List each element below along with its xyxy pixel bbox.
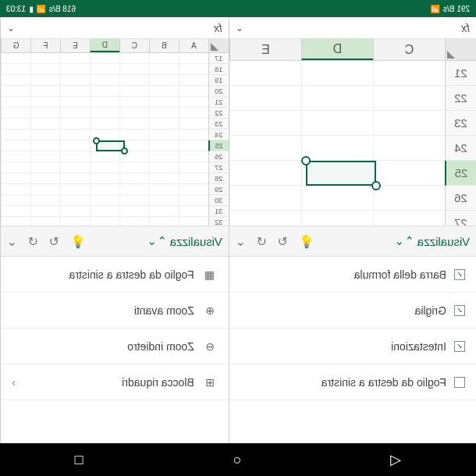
cell[interactable] [373,136,445,161]
cell[interactable] [149,162,179,173]
cell[interactable] [30,53,60,64]
menu-item[interactable]: ⊞Blocca riquadri› [1,364,229,400]
cell[interactable] [60,64,90,75]
select-all-corner[interactable] [445,39,476,60]
spreadsheet-grid-left[interactable]: C D E 21222324252627282930 [229,39,476,226]
expand-chevron-icon[interactable]: ⌄ [236,23,243,34]
cell[interactable] [373,161,445,186]
row-header[interactable]: 23 [445,111,476,136]
cell[interactable] [229,186,301,211]
row-header[interactable]: 24 [445,136,476,161]
row-header[interactable]: 30 [208,195,229,206]
undo-icon[interactable]: ↺ [28,234,38,249]
row-header[interactable]: 27 [208,162,229,173]
cell[interactable] [1,75,30,86]
cell[interactable] [301,111,373,136]
row-header[interactable]: 27 [445,211,476,226]
cell[interactable] [179,64,208,75]
cell[interactable] [60,151,90,162]
cell[interactable] [149,217,179,226]
cell[interactable] [301,161,373,186]
cell[interactable] [229,61,301,86]
cell[interactable] [301,211,373,226]
menu-item[interactable]: ⊕Zoom avanti [1,293,229,329]
cell[interactable] [373,61,445,86]
row-header[interactable]: 19 [208,75,229,86]
cell[interactable] [119,75,149,86]
tab-visualizza[interactable]: Visualizza ⌃⌄ [394,234,470,248]
cell[interactable] [373,211,445,226]
fx-icon[interactable]: fx [461,22,470,34]
cell[interactable] [149,53,179,64]
cell[interactable] [149,108,179,119]
cell[interactable] [179,206,208,217]
cell[interactable] [90,173,119,184]
cell[interactable] [149,119,179,130]
cell[interactable] [1,130,30,140]
cell[interactable] [119,206,149,217]
cell[interactable] [119,217,149,226]
cell[interactable] [90,140,119,151]
row-header[interactable]: 32 [208,217,229,226]
cell[interactable] [30,206,60,217]
cell[interactable] [229,111,301,136]
cell[interactable] [1,119,30,130]
cell[interactable] [90,108,119,119]
cell[interactable] [1,206,30,217]
undo-icon[interactable]: ↺ [257,234,267,249]
chevron-down-icon[interactable]: ⌄ [236,234,246,249]
tab-visualizza[interactable]: Visualizza ⌃⌄ [147,234,222,248]
cell[interactable] [119,162,149,173]
row-header[interactable]: 22 [445,86,476,111]
cell[interactable] [149,86,179,97]
expand-chevron-icon[interactable]: ⌄ [7,23,15,34]
cell[interactable] [373,111,445,136]
row-header[interactable]: 31 [208,206,229,217]
checkbox-icon[interactable]: ✓ [454,341,465,352]
cell[interactable] [90,86,119,97]
cell[interactable] [90,206,119,217]
cell[interactable] [60,130,90,140]
menu-item[interactable]: ⊖Zoom indietro [1,329,229,364]
cell[interactable] [119,140,149,151]
cell[interactable] [30,97,60,108]
col-header[interactable]: C [373,39,445,60]
col-header[interactable]: E [229,39,301,60]
menu-item[interactable]: ✓Griglia [229,293,476,329]
redo-icon[interactable]: ↻ [278,234,288,249]
cell[interactable] [179,86,208,97]
home-button[interactable]: ○ [233,452,241,468]
cell[interactable] [149,97,179,108]
cell[interactable] [30,86,60,97]
col-header[interactable]: D [90,39,119,52]
redo-icon[interactable]: ↻ [49,234,59,249]
cell[interactable] [90,195,119,206]
cell[interactable] [60,53,90,64]
cell[interactable] [30,217,60,226]
cell[interactable] [1,195,30,206]
cell[interactable] [60,217,90,226]
cell[interactable] [229,211,301,226]
cell[interactable] [119,184,149,195]
cell[interactable] [119,53,149,64]
cell[interactable] [179,108,208,119]
fx-icon[interactable]: fx [214,22,222,34]
checkbox-icon[interactable] [454,377,465,388]
cell[interactable] [30,140,60,151]
cell[interactable] [229,136,301,161]
cell[interactable] [1,140,30,151]
row-header[interactable]: 26 [208,151,229,162]
cell[interactable] [90,184,119,195]
col-header[interactable]: C [119,39,149,52]
cell[interactable] [30,130,60,140]
cell[interactable] [90,119,119,130]
cell[interactable] [179,151,208,162]
cell[interactable] [30,195,60,206]
cell[interactable] [229,161,301,186]
cell[interactable] [1,108,30,119]
cell[interactable] [1,64,30,75]
cell[interactable] [149,184,179,195]
cell[interactable] [30,75,60,86]
cell[interactable] [119,108,149,119]
menu-item[interactable]: ✓Barra della formula [229,257,476,293]
